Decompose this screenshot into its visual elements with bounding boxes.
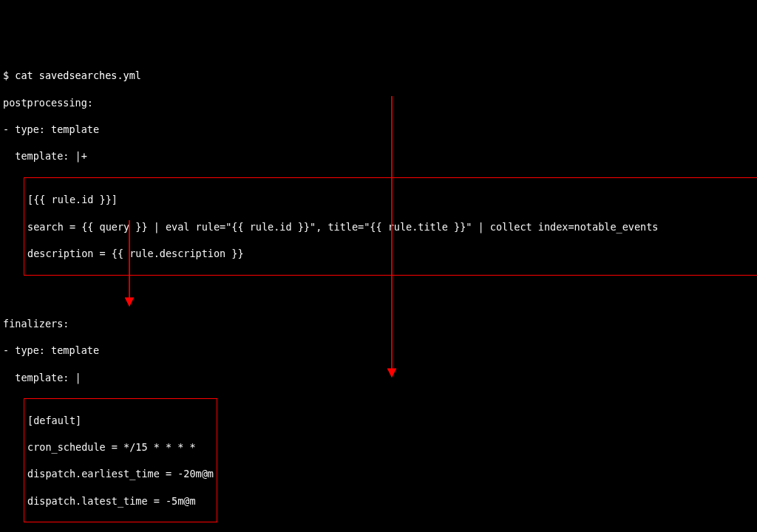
- yml-finalizers: finalizers:: [3, 317, 754, 330]
- template-rule-id: [{{ rule.id }}]: [27, 193, 757, 206]
- yml-type-template: - type: template: [3, 123, 754, 136]
- highlight-box-template-1: [{{ rule.id }}] search = {{ query }} | e…: [24, 177, 757, 276]
- yml-template-pipe: template: |+: [3, 149, 754, 163]
- blank-line: [3, 290, 754, 304]
- yml-template-pipe-2: template: |: [3, 371, 754, 384]
- template-latest: dispatch.latest_time = -5m@m: [27, 494, 214, 508]
- yml-type-template-2: - type: template: [3, 344, 754, 357]
- template-description: description = {{ rule.description }}: [27, 247, 757, 260]
- template-default: [default]: [27, 414, 214, 427]
- template-search: search = {{ query }} | eval rule="{{ rul…: [27, 220, 757, 233]
- highlight-box-template-2: [default] cron_schedule = */15 * * * * d…: [24, 398, 217, 522]
- yml-postprocessing: postprocessing:: [3, 96, 754, 109]
- command-cat[interactable]: $ cat savedsearches.yml: [3, 69, 754, 82]
- template-earliest: dispatch.earliest_time = -20m@m: [27, 467, 214, 480]
- template-cron: cron_schedule = */15 * * * *: [27, 440, 214, 454]
- terminal-output: $ cat savedsearches.yml postprocessing: …: [0, 54, 757, 532]
- blank-line-2: [3, 523, 754, 532]
